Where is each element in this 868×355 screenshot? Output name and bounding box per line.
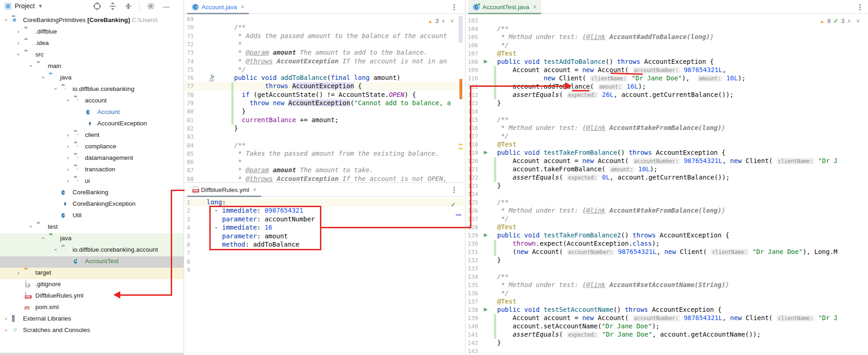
- locate-icon[interactable]: [92, 1, 101, 11]
- chevron-expanded-icon[interactable]: ⌄: [40, 73, 46, 79]
- tab-accounttest-java[interactable]: C AccountTest.java ×: [468, 0, 541, 14]
- tree-item-main[interactable]: ⌄main: [0, 61, 184, 73]
- chevron-collapsed-icon[interactable]: ›: [65, 178, 71, 184]
- code-line-118[interactable]: 118@Test: [465, 141, 868, 149]
- code-line-143[interactable]: 143: [465, 347, 868, 355]
- code-line-113[interactable]: 113}: [465, 99, 868, 107]
- expand-all-icon[interactable]: [108, 1, 117, 11]
- tree-item-datamanagement[interactable]: ›datamanagement: [0, 153, 184, 164]
- chevron-collapsed-icon[interactable]: ›: [65, 166, 71, 173]
- code-line-135[interactable]: 135 * Method under test: {@link Account#…: [465, 281, 868, 289]
- tree-hscrollbar[interactable]: [0, 353, 184, 355]
- close-icon[interactable]: ×: [533, 3, 537, 11]
- tree-item-diffbluerules.yml[interactable]: YMLDiffblueRules.yml: [0, 291, 184, 302]
- tree-item-accountexception[interactable]: AccountException: [0, 118, 184, 130]
- code-line-5[interactable]: 5 parameter: amount: [185, 232, 464, 241]
- code-line-130[interactable]: 130 thrown.expect(AccountException.class…: [465, 240, 868, 248]
- code-line-139[interactable]: 139 Account account = new Account( accou…: [465, 314, 868, 322]
- tree-item-corebankingexception[interactable]: CoreBankingException: [0, 199, 184, 210]
- tab-account-java[interactable]: C Account.java ×: [187, 0, 249, 14]
- code-line-111[interactable]: 111 account.addToBalance( amount: 16L);: [465, 83, 868, 91]
- code-line-131[interactable]: 131 (new Account( accountNumber: 9876543…: [465, 248, 868, 256]
- tree-item-io.diffblue.corebanking[interactable]: ⌄io.diffblue.corebanking: [0, 84, 184, 96]
- code-line-78[interactable]: 78 if (getAccountState() != AccountState…: [185, 91, 464, 99]
- code-line-128[interactable]: 128@Test: [465, 223, 868, 231]
- chevron-expanded-icon[interactable]: ⌄: [28, 62, 34, 68]
- code-line-109[interactable]: 109 Account account = new Account( accou…: [465, 66, 868, 74]
- collapse-all-icon[interactable]: [123, 1, 133, 11]
- run-test-icon[interactable]: ▶: [484, 232, 487, 238]
- prev-next-chevrons[interactable]: ∧ ∨: [442, 18, 456, 24]
- stripe-mark-orange[interactable]: [459, 79, 462, 99]
- tree-item-io.diffblue.corebanking.account[interactable]: ⌄io.diffblue.corebanking.account: [0, 245, 184, 256]
- tree-item-scratches-and-consoles[interactable]: ›Scratches and Consoles: [0, 325, 184, 337]
- tree-item-client[interactable]: ›client: [0, 130, 184, 141]
- tree-item-.diffblue[interactable]: ›.diffblue: [0, 27, 184, 38]
- chevron-expanded-icon[interactable]: ⌄: [15, 50, 22, 56]
- code-line-107[interactable]: 107@Test: [465, 50, 868, 58]
- code-line-142[interactable]: 142}: [465, 339, 868, 347]
- code-line-136[interactable]: 136 */: [465, 289, 868, 298]
- code-line-71[interactable]: 71 * Adds the passed amount to the balan…: [185, 32, 464, 40]
- editor-options-kebab-icon[interactable]: [856, 3, 863, 11]
- chevron-expanded-icon[interactable]: ⌄: [28, 222, 34, 229]
- settings-gear-icon[interactable]: [146, 1, 155, 11]
- code-line-104[interactable]: 104/**: [465, 25, 868, 33]
- code-line-140[interactable]: 140 account.setAccountName("Dr Jane Doe"…: [465, 322, 868, 331]
- chevron-collapsed-icon[interactable]: ›: [3, 327, 9, 333]
- tree-item-test[interactable]: ⌄test: [0, 222, 184, 233]
- code-line-3[interactable]: 3 parameter: accountNumber: [185, 215, 464, 224]
- generate-test-flask-icon[interactable]: [208, 74, 215, 81]
- code-line-9[interactable]: 9: [185, 266, 464, 274]
- chevron-expanded-icon[interactable]: ⌄: [52, 85, 59, 91]
- code-line-80[interactable]: 80 }: [185, 107, 464, 116]
- code-line-75[interactable]: 75 */: [185, 66, 464, 74]
- code-line-4[interactable]: 4 - immediate: 16: [185, 224, 464, 232]
- code-line-74[interactable]: 74 * @throws AccountException If the acc…: [185, 57, 464, 66]
- stripe-mark-warning[interactable]: [459, 144, 463, 145]
- code-line-114[interactable]: 114: [465, 107, 868, 116]
- tree-item-account[interactable]: CAccount: [0, 107, 184, 118]
- code-line-127[interactable]: 127 */: [465, 215, 868, 223]
- editor-options-kebab-icon[interactable]: [450, 3, 458, 11]
- tree-item-pom.xml[interactable]: mpom.xml: [0, 302, 184, 314]
- code-line-8[interactable]: 8: [185, 258, 464, 266]
- close-icon[interactable]: ×: [253, 186, 257, 193]
- code-line-85[interactable]: 85 * Takes the passed amount from the ex…: [185, 150, 464, 158]
- code-line-73[interactable]: 73 * @param amount The amount to add to …: [185, 49, 464, 57]
- tab-diffbluerules-yml[interactable]: YML DiffblueRules.yml ×: [187, 183, 261, 197]
- chevron-collapsed-icon[interactable]: ›: [15, 28, 22, 35]
- code-line-86[interactable]: 86 *: [185, 158, 464, 166]
- prev-next-chevrons[interactable]: ∧ ∨: [847, 18, 862, 24]
- scrollbar-thumb[interactable]: [459, 16, 463, 43]
- editor-options-kebab-icon[interactable]: [450, 186, 458, 193]
- code-line-129[interactable]: 129▶public void testTakeFromBalance2() t…: [465, 231, 868, 240]
- code-line-115[interactable]: 115/**: [465, 116, 868, 124]
- code-line-84[interactable]: 84/**: [185, 141, 464, 150]
- code-line-81[interactable]: 81 currentBalance += amount;: [185, 116, 464, 124]
- code-line-134[interactable]: 134/**: [465, 273, 868, 281]
- chevron-expanded-icon[interactable]: ⌄: [3, 16, 9, 22]
- code-line-83[interactable]: 83: [185, 133, 464, 141]
- code-line-77[interactable]: 77 throws AccountException {: [185, 82, 464, 90]
- code-line-76[interactable]: 76public void addToBalance(final long am…: [185, 74, 464, 82]
- code-line-106[interactable]: 106 */: [465, 41, 868, 50]
- code-line-123[interactable]: 123}: [465, 182, 868, 190]
- chevron-collapsed-icon[interactable]: ›: [15, 40, 22, 46]
- tree-item-accounttest[interactable]: CAccountTest: [0, 256, 184, 268]
- tree-item-corebanking[interactable]: CCoreBanking: [0, 187, 184, 199]
- code-line-88[interactable]: 88 * @throws AccountException If the acc…: [185, 175, 464, 183]
- code-line-117[interactable]: 117 */: [465, 132, 868, 141]
- tree-item-.gitignore[interactable]: .gitignore: [0, 279, 184, 291]
- chevron-collapsed-icon[interactable]: ›: [3, 316, 9, 322]
- code-line-82[interactable]: 82}: [185, 124, 464, 133]
- code-line-2[interactable]: 2 - immediate: 0987654321: [185, 207, 464, 215]
- code-line-72[interactable]: 72 *: [185, 40, 464, 49]
- code-line-70[interactable]: 70/**: [185, 23, 464, 32]
- code-line-108[interactable]: 108▶public void testAddToBalance() throw…: [465, 58, 868, 66]
- code-line-120[interactable]: 120 Account account = new Account( accou…: [465, 157, 868, 165]
- tree-item-external-libraries[interactable]: ›External Libraries: [0, 314, 184, 325]
- tree-item-account[interactable]: ⌄account: [0, 96, 184, 107]
- chevron-collapsed-icon[interactable]: ›: [65, 132, 71, 138]
- tree-item-src[interactable]: ⌄src: [0, 50, 184, 61]
